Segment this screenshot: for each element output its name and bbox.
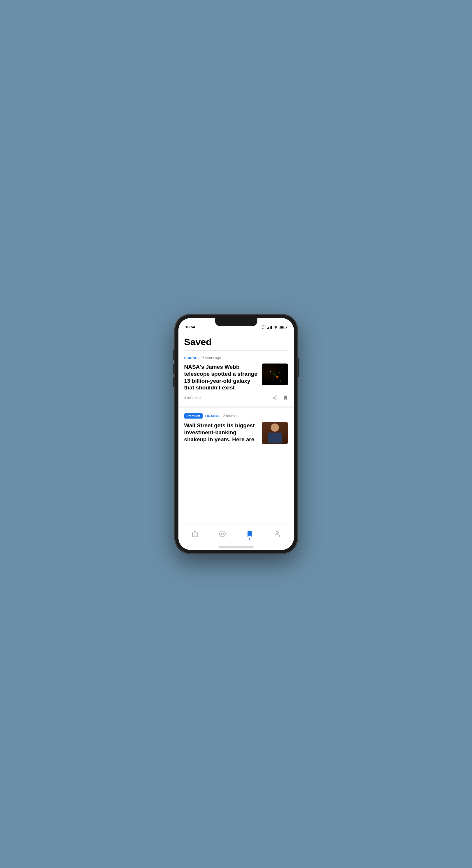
time-ago-1: 6 hours ago — [202, 356, 221, 360]
article-thumbnail-1 — [262, 364, 288, 385]
category-label-2: FINANCE — [205, 414, 221, 418]
status-time: 18:54 — [185, 325, 195, 329]
svg-point-4 — [275, 328, 276, 329]
article-actions-1 — [272, 395, 288, 401]
phone-frame: 18:54 💬 — [175, 315, 297, 553]
bookmark-icon-1[interactable] — [283, 395, 288, 401]
saved-icon — [246, 530, 253, 537]
signal-icon — [267, 326, 272, 329]
person-head — [271, 424, 279, 432]
notch — [215, 318, 257, 326]
article-headline-1: NASA's James Webb telescope spotted a st… — [184, 364, 258, 391]
article-thumbnail-2 — [262, 422, 288, 444]
galaxy-arrow-icon — [269, 370, 281, 379]
nav-item-explore[interactable] — [214, 528, 231, 540]
home-bar — [178, 544, 294, 550]
nav-item-saved[interactable] — [242, 528, 258, 540]
article-card-1[interactable]: SCIENCE 6 hours ago NASA's James Webb te… — [178, 351, 294, 406]
svg-point-11 — [279, 372, 279, 373]
profile-icon — [274, 530, 281, 537]
svg-line-20 — [274, 398, 275, 399]
home-indicator — [219, 547, 254, 548]
svg-rect-0 — [267, 328, 268, 329]
read-time-1: 3 min read — [184, 396, 201, 400]
article-footer-1: 3 min read — [184, 395, 288, 401]
svg-point-9 — [270, 371, 271, 372]
svg-point-24 — [276, 531, 278, 534]
svg-rect-2 — [270, 326, 270, 329]
person-silhouette — [267, 424, 283, 442]
article-body-1: NASA's James Webb telescope spotted a st… — [184, 364, 288, 391]
person-image — [262, 422, 288, 444]
svg-point-23 — [222, 533, 223, 535]
svg-point-10 — [275, 371, 275, 371]
nav-item-profile[interactable] — [269, 528, 286, 540]
svg-point-22 — [219, 531, 225, 537]
person-body — [268, 433, 282, 443]
article-meta-1: SCIENCE 6 hours ago — [184, 356, 288, 360]
svg-text:56: 56 — [281, 327, 283, 329]
phone-screen: 18:54 💬 — [178, 318, 294, 550]
article-headline-2: Wall Street gets its biggest investment-… — [184, 422, 258, 443]
article-body-2: Wall Street gets its biggest investment-… — [184, 422, 288, 444]
article-card-2[interactable]: Premium FINANCE 2 hours ago Wall Street … — [178, 408, 294, 449]
whatsapp-icon: 💬 — [262, 326, 266, 329]
home-icon — [191, 530, 199, 537]
wifi-icon — [273, 326, 278, 329]
category-label-1: SCIENCE — [184, 356, 200, 360]
svg-rect-3 — [271, 326, 272, 329]
share-icon-1[interactable] — [272, 395, 277, 401]
page-title: Saved — [178, 331, 294, 350]
svg-line-15 — [273, 373, 276, 375]
card-divider — [178, 406, 294, 408]
time-ago-2: 2 hours ago — [223, 414, 241, 418]
svg-rect-1 — [268, 327, 269, 329]
status-icons: 💬 — [262, 326, 287, 329]
svg-point-12 — [272, 376, 272, 376]
battery-icon: 56 — [279, 326, 287, 329]
svg-point-14 — [276, 376, 278, 377]
premium-badge: Premium — [184, 413, 203, 418]
svg-rect-6 — [286, 327, 287, 328]
bottom-nav — [178, 523, 294, 544]
nav-active-dot — [249, 538, 250, 540]
svg-line-21 — [274, 397, 275, 398]
nav-item-home[interactable] — [187, 528, 203, 540]
explore-icon — [219, 530, 226, 537]
app-content: Saved SCIENCE 6 hours ago NASA's James W… — [178, 331, 294, 523]
space-image — [262, 364, 288, 385]
article-meta-2: Premium FINANCE 2 hours ago — [184, 413, 288, 418]
